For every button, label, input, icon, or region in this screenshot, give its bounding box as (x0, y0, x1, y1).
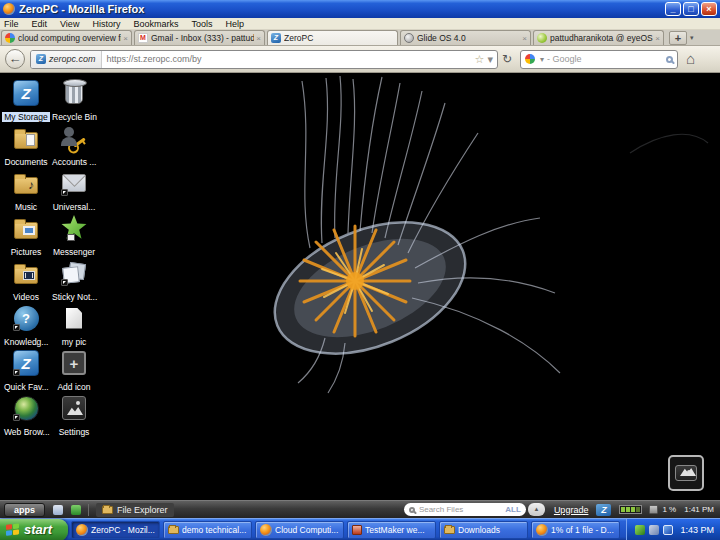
accounts-key-icon (61, 126, 87, 150)
maximize-button[interactable]: □ (683, 2, 699, 16)
desktop-icon-recycle-bin[interactable]: Recycle Bin (50, 79, 98, 124)
tab-close-icon[interactable]: × (522, 34, 527, 43)
search-files-input[interactable]: Search Files ALL (404, 503, 526, 516)
desktop-icon-documents[interactable]: Documents (2, 124, 50, 169)
windows-logo-icon (6, 523, 20, 536)
search-files-placeholder: Search Files (419, 505, 505, 514)
zeropc-favicon: Z (271, 33, 281, 43)
tab-list-arrow-icon[interactable]: ▾ (690, 31, 694, 45)
tab-close-icon[interactable]: × (655, 34, 660, 43)
menu-file[interactable]: File (4, 19, 19, 29)
task-downloads[interactable]: Downloads (439, 521, 528, 539)
desktop-icon-accounts[interactable]: Accounts ... (50, 124, 98, 169)
urlbar-dropdown-icon[interactable]: ▾ (487, 53, 493, 66)
show-desktop-icon[interactable] (53, 505, 63, 515)
task-cloud-computing[interactable]: Cloud Computi... (255, 521, 344, 539)
firefox-icon (3, 3, 15, 15)
reload-button[interactable]: ↻ (502, 52, 512, 66)
tab-close-icon[interactable]: × (256, 34, 261, 43)
shortcut-arrow-icon (13, 414, 20, 421)
tab-eyeos[interactable]: pattudharanikota @ eyeOS R... × (533, 30, 664, 45)
file-explorer-task[interactable]: File Explorer (96, 503, 174, 517)
taskbar-separator (88, 504, 89, 516)
location-bar[interactable]: Z zeropc.com https://st.zeropc.com/by ☆ … (30, 50, 498, 69)
running-app-icon[interactable] (71, 505, 81, 515)
xp-taskbar: start ZeroPC - Mozil... demo technical..… (0, 518, 720, 540)
desktop-icon-grid: Z My Storage Recycle Bin Documents Accou… (2, 79, 98, 439)
antivirus-tray-icon[interactable] (635, 525, 645, 535)
tab-cloud-computing[interactable]: cloud computing overview file ... × (1, 30, 132, 45)
storage-meter (619, 505, 642, 514)
search-placeholder: - Google (547, 54, 666, 64)
network-tray-icon[interactable] (649, 525, 659, 535)
scope-dropdown-button[interactable]: ▲ (528, 503, 545, 516)
minimize-button[interactable]: _ (665, 2, 681, 16)
desktop-icon-quick-fav[interactable]: Z Quick Fav... (2, 349, 50, 394)
menu-edit[interactable]: Edit (32, 19, 48, 29)
menu-view[interactable]: View (60, 19, 79, 29)
upgrade-link[interactable]: Upgrade (554, 505, 589, 515)
google-search-icon (525, 54, 535, 64)
tab-close-icon[interactable]: × (123, 34, 128, 43)
tab-gmail[interactable]: M Gmail - Inbox (333) - pattudh... × (134, 30, 265, 45)
desktop-icon-knowledge[interactable]: ? Knowledg... (2, 304, 50, 349)
settings-picture-icon (62, 396, 86, 420)
tray-app-icon[interactable] (663, 525, 673, 535)
desktop-icon-web-browser[interactable]: Web Brow... (2, 394, 50, 439)
zeropc-logo-icon: Z (596, 504, 611, 516)
task-download-progress[interactable]: 1% of 1 file - D... (531, 521, 620, 539)
new-tab-button[interactable]: + (669, 31, 687, 45)
shortcut-arrow-icon (61, 279, 68, 286)
task-demo-technical[interactable]: demo technical... (163, 521, 252, 539)
task-zeropc-firefox[interactable]: ZeroPC - Mozil... (71, 521, 160, 539)
search-magnifier-icon[interactable] (666, 56, 673, 63)
url-text[interactable]: https://st.zeropc.com/by (102, 54, 472, 64)
search-scope[interactable]: ALL (505, 505, 521, 514)
wallpaper-button[interactable] (668, 455, 704, 491)
tab-glide-os[interactable]: Glide OS 4.0 × (400, 30, 531, 45)
menu-help[interactable]: Help (225, 19, 244, 29)
bookmark-star-icon[interactable]: ☆ (475, 53, 485, 66)
menu-history[interactable]: History (92, 19, 120, 29)
firefox-icon (260, 524, 272, 536)
eyeos-icon (537, 33, 547, 43)
desktop-icon-settings[interactable]: Settings (50, 394, 98, 439)
desktop-icon-music[interactable]: ♪ Music (2, 169, 50, 214)
home-button[interactable]: ⌂ (686, 49, 695, 69)
start-button[interactable]: start (0, 519, 68, 540)
folder-icon (168, 526, 179, 534)
desktop-icon-universal-inbox[interactable]: Universal... (50, 169, 98, 214)
zeropc-clock: 1:41 PM (684, 505, 714, 514)
close-button[interactable]: × (701, 2, 717, 16)
back-button[interactable]: ← (5, 49, 25, 69)
menu-tools[interactable]: Tools (191, 19, 212, 29)
desktop-icon-my-storage[interactable]: Z My Storage (2, 79, 50, 124)
firefox-icon (76, 524, 88, 536)
menu-bar: File Edit View History Bookmarks Tools H… (0, 18, 720, 30)
menu-bookmarks[interactable]: Bookmarks (133, 19, 178, 29)
desktop-icon-my-pic[interactable]: my pic (50, 304, 98, 349)
zeropc-taskbar: apps File Explorer Search Files ALL ▲ Up… (0, 500, 720, 518)
music-folder-icon: ♪ (14, 177, 38, 194)
usage-percent: 1 % (662, 505, 676, 514)
chat-icon (67, 234, 75, 241)
site-identity-label: zeropc.com (49, 54, 96, 64)
usage-icon (649, 505, 658, 514)
shortcut-arrow-icon (13, 324, 20, 331)
tab-zeropc[interactable]: Z ZeroPC (267, 30, 398, 45)
task-testmaker[interactable]: TestMaker we... (347, 521, 436, 539)
shortcut-arrow-icon (13, 369, 20, 376)
desktop-icon-messenger[interactable]: Messenger (50, 214, 98, 259)
desktop-icon-sticky-notes[interactable]: Sticky Not... (50, 259, 98, 304)
desktop-icon-videos[interactable]: Videos (2, 259, 50, 304)
shortcut-arrow-icon (61, 189, 68, 196)
apps-button[interactable]: apps (4, 503, 45, 517)
zeropc-favicon: Z (36, 54, 46, 64)
search-engine-dropdown-icon[interactable]: ▾ (540, 55, 544, 64)
picture-icon (675, 465, 697, 481)
site-identity-button[interactable]: Z zeropc.com (31, 51, 102, 68)
documents-folder-icon (14, 132, 38, 149)
desktop-icon-pictures[interactable]: Pictures (2, 214, 50, 259)
search-box[interactable]: ▾ - Google (520, 50, 678, 69)
desktop-icon-add-icon[interactable]: + Add icon (50, 349, 98, 394)
